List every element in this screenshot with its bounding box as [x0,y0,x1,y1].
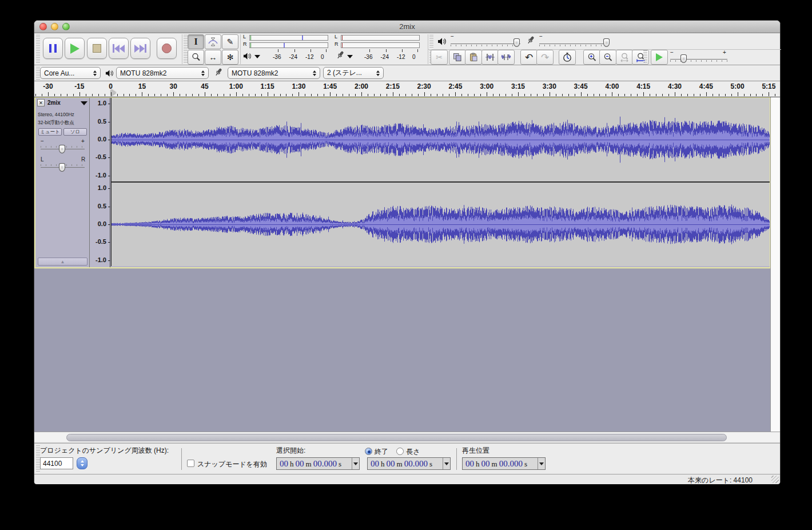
gain-slider-thumb[interactable]: = [59,145,65,153]
copy-button[interactable] [449,50,466,65]
multi-tool-button[interactable]: ✻ [222,50,238,65]
pan-slider-thumb[interactable]: = [59,163,65,172]
undo-button[interactable]: ↶ [520,50,538,65]
draw-tool-button[interactable]: ✎ [222,34,238,49]
horizontal-scrollbar[interactable] [34,432,780,443]
speed-slider-thumb[interactable]: = [680,54,687,63]
waveform-zone[interactable] [111,98,770,267]
ruler-label: 2:45 [448,82,462,90]
track-2mix: ✕ 2mix Stereo, 44100Hz 32-bit浮動小数点 ミュート … [35,98,770,267]
project-rate-label: プロジェクトのサンプリング周波数 (Hz): [40,446,169,456]
track-menu-arrow-icon[interactable] [81,101,87,105]
output-volume-icon [437,37,447,46]
waveform-channel-left[interactable] [111,98,770,181]
ruler-label: 1:45 [323,82,337,90]
track-area[interactable]: ✕ 2mix Stereo, 44100Hz 32-bit浮動小数点 ミュート … [34,97,780,432]
fit-selection-button[interactable] [616,50,633,65]
record-button[interactable] [157,38,177,59]
input-channels-select[interactable]: 2 (ステレ... [323,67,384,79]
track-title[interactable]: 2mix [47,100,61,106]
playback-position-field[interactable]: 00h00m00.000s [462,457,546,470]
ruler-label: 4:45 [699,82,713,90]
mute-button[interactable]: ミュート [38,128,62,136]
timefield-format-arrow[interactable] [538,458,545,469]
snap-mode-label: スナップモードを有効 [197,460,267,469]
device-toolbar-grip[interactable] [36,67,40,80]
speed-slider[interactable] [670,59,727,60]
silence-icon [501,53,511,62]
ruler-label: 4:30 [668,82,682,90]
ruler-label: 4:00 [605,82,619,90]
timeshift-tool-button[interactable]: ↔ [205,50,221,65]
zoom-in-icon [587,53,597,62]
pause-button[interactable] [43,38,63,59]
combo-stepper-icon [313,70,316,76]
amplitude-ruler-ch1: 1.00.50.0-0.5-1.0 [90,98,110,181]
selection-tool-button[interactable]: I [188,34,204,49]
vertical-scrollbar[interactable] [770,97,780,432]
amplitude-ruler[interactable]: 1.00.50.0-0.5-1.0 1.00.50.0-0.5-1.0 [90,98,110,267]
play-at-speed-button[interactable] [651,50,668,65]
envelope-icon [208,37,218,46]
timefield-format-arrow[interactable] [443,458,450,469]
selection-end-mode: 終了 長さ [365,446,426,457]
end-radio[interactable] [365,448,372,455]
horizontal-scrollbar-thumb[interactable] [66,434,727,441]
input-volume-slider[interactable] [539,43,609,44]
selection-toolbar-grip[interactable] [36,445,40,473]
redo-button[interactable]: ↷ [536,50,554,65]
snap-mode-checkbox[interactable] [187,460,194,467]
playback-meter-scale: -36-24-120 [242,49,330,64]
audio-host-select[interactable]: Core Au... [40,67,101,79]
record-meter[interactable]: L R -36-24-120 [333,34,421,64]
output-device-select[interactable]: MOTU 828mk2 [116,67,209,79]
input-volume-icon [526,35,535,47]
paste-button[interactable] [465,50,482,65]
zoom-in-button[interactable] [583,50,600,65]
sync-lock-button[interactable] [559,50,576,65]
tools-toolbar-grip[interactable] [184,35,188,64]
stop-button[interactable] [87,38,107,59]
zoom-out-icon [603,53,613,62]
selection-end-field[interactable]: 00h00m00.000s [367,457,451,470]
project-rate-input[interactable] [40,457,73,469]
ruler-label: 15 [138,82,146,90]
trim-button[interactable] [481,50,499,65]
close-track-button[interactable]: ✕ [37,99,45,106]
transcription-toolbar-grip[interactable] [643,50,647,64]
selection-start-field[interactable]: 00h00m00.000s [276,457,360,470]
cut-icon: ✂ [436,53,443,62]
ruler-label: 3:30 [543,82,556,90]
ibeam-icon: I [194,37,197,47]
zoom-out-button[interactable] [599,50,616,65]
fast-forward-button[interactable] [130,38,150,59]
output-volume-slider[interactable] [451,43,520,44]
track-format-line2: 32-bit浮動小数点 [38,120,74,126]
project-rate-stepper[interactable] [77,457,87,469]
input-device-select[interactable]: MOTU 828mk2 [228,67,320,79]
waveform-channel-right[interactable] [111,183,770,266]
output-volume-thumb[interactable]: = [514,38,520,47]
length-radio[interactable] [396,448,404,455]
collapse-track-button[interactable]: ▲ [38,258,87,266]
transport-toolbar-grip[interactable] [36,35,40,64]
pan-right-label: R [81,156,85,163]
mixer-toolbar-grip[interactable] [429,35,433,49]
solo-button[interactable]: ソロ [63,128,87,136]
title-bar[interactable]: 2mix [34,21,780,33]
envelope-tool-button[interactable] [205,34,221,49]
ruler-label: 5:15 [762,82,775,90]
silence-button[interactable] [497,50,515,65]
zoom-tool-button[interactable] [188,50,204,65]
resize-grip[interactable] [771,476,779,483]
toolbar-zone: I ✎ ↔ ✻ L [34,33,780,65]
input-device-value: MOTU 828mk2 [232,69,309,77]
play-button[interactable] [65,38,85,59]
cut-button[interactable]: ✂ [431,50,448,65]
track-control-panel[interactable]: ✕ 2mix Stereo, 44100Hz 32-bit浮動小数点 ミュート … [35,98,90,267]
timefield-format-arrow[interactable] [352,458,359,469]
timeline-ruler[interactable]: -30-1501530451:001:151:301:452:002:152:3… [34,81,780,97]
rewind-button[interactable] [109,38,129,59]
playback-meter[interactable]: L R -36-24-120 [242,34,330,64]
meter-right-label: R [243,41,247,47]
